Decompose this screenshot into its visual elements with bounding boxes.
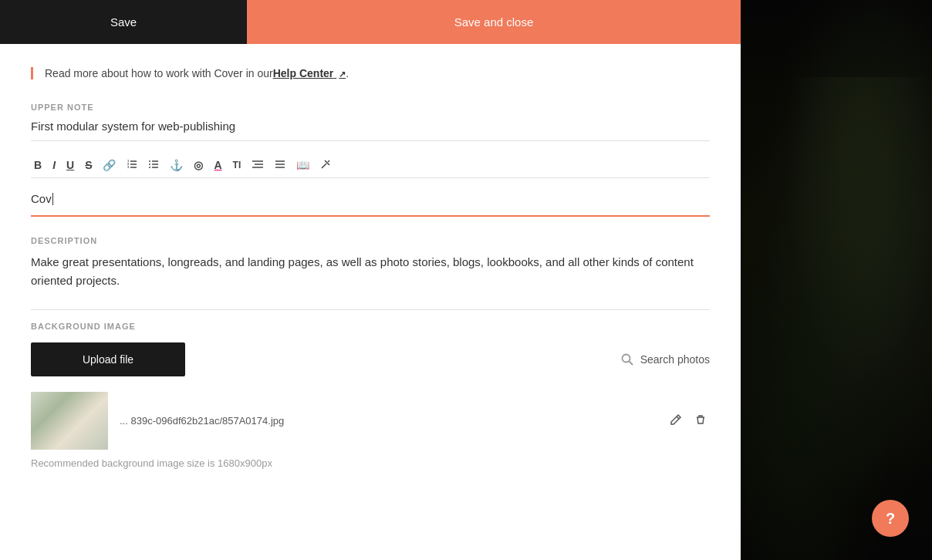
save-close-button[interactable]: Save and close (247, 0, 741, 44)
upper-note-label: UPPER NOTE (31, 103, 710, 112)
rte-bold[interactable]: B (31, 158, 45, 172)
upper-note-value: First modular system for web-publishing (31, 120, 710, 133)
delete-image-button[interactable] (691, 410, 710, 432)
rte-indent[interactable] (248, 157, 267, 173)
left-panel: Save Save and close Read more about how … (0, 0, 741, 560)
rte-anchor[interactable]: ⚓ (167, 158, 186, 172)
help-button[interactable]: ? (872, 500, 909, 537)
rte-book[interactable]: 📖 (293, 158, 312, 172)
rte-strikethrough[interactable]: S (82, 158, 95, 172)
svg-point-8 (149, 167, 150, 168)
description-text: Make great presentations, longreads, and… (31, 253, 710, 290)
editor-content: Cov (31, 192, 52, 205)
upload-file-button[interactable]: Upload file (31, 342, 185, 376)
editor-cursor (52, 193, 53, 205)
svg-point-18 (622, 355, 630, 363)
plant-silhouette (785, 77, 932, 386)
rte-ordered-list[interactable]: 1 2 3 (123, 157, 140, 173)
info-banner-text: Read more about how to work with Cover i… (45, 67, 273, 79)
rte-unordered-list[interactable] (145, 157, 162, 173)
editor-area[interactable]: Cov (31, 186, 710, 217)
edit-image-button[interactable] (667, 410, 685, 432)
rte-clear[interactable] (317, 157, 334, 173)
info-banner: Read more about how to work with Cover i… (31, 67, 710, 79)
help-center-link[interactable]: Help Center ↗ (273, 67, 346, 79)
search-icon (620, 353, 634, 366)
rte-font-color[interactable]: A (211, 158, 225, 172)
description-section: DESCRIPTION Make great presentations, lo… (31, 236, 710, 290)
help-icon: ? (886, 510, 895, 528)
svg-line-19 (629, 362, 633, 366)
image-actions (667, 410, 710, 432)
upper-note-section: UPPER NOTE First modular system for web-… (31, 103, 710, 217)
svg-point-6 (149, 160, 150, 162)
rte-quote[interactable]: ◎ (191, 158, 206, 172)
rte-align[interactable] (272, 157, 289, 173)
recommended-text: Recommended background image size is 168… (31, 457, 710, 469)
external-link-icon: ↗ (339, 69, 346, 79)
rte-link[interactable]: 🔗 (100, 158, 119, 172)
search-photos-label: Search photos (640, 353, 710, 366)
toolbar: Save Save and close (0, 0, 741, 44)
info-banner-suffix: . (346, 67, 349, 79)
rte-toolbar: B I U S 🔗 1 2 3 (31, 153, 710, 178)
image-preview-row: ... 839c-096df62b21ac/857A0174.jpg (31, 392, 710, 450)
image-thumb-inner (31, 392, 108, 450)
search-photos-button[interactable]: Search photos (620, 353, 710, 366)
svg-text:3: 3 (127, 165, 130, 169)
rte-underline[interactable]: U (63, 158, 77, 172)
svg-line-20 (677, 417, 679, 419)
bg-image-section: BACKGROUND IMAGE Upload file Search phot… (31, 322, 710, 469)
rte-italic[interactable]: I (49, 158, 59, 172)
right-panel: ? (741, 0, 932, 560)
bg-image-label: BACKGROUND IMAGE (31, 322, 710, 331)
content-area: Read more about how to work with Cover i… (0, 44, 741, 560)
image-filename: ... 839c-096df62b21ac/857A0174.jpg (120, 415, 655, 427)
bg-image-controls: Upload file Search photos (31, 342, 710, 376)
svg-point-7 (149, 164, 150, 165)
rte-heading[interactable]: TI (230, 159, 245, 171)
description-label: DESCRIPTION (31, 236, 710, 245)
save-button[interactable]: Save (0, 0, 247, 44)
image-thumbnail (31, 392, 108, 450)
